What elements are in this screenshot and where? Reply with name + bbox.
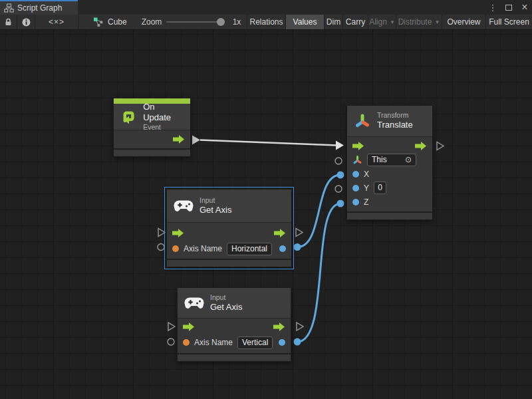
- flow-output-port[interactable]: [173, 135, 185, 144]
- control-wire-source-arrow: [192, 136, 200, 145]
- info-button[interactable]: [17, 15, 35, 29]
- flow-input-port[interactable]: [172, 229, 184, 237]
- loop-event-icon: [120, 108, 137, 126]
- values-label: Values: [293, 17, 317, 27]
- zoom-slider-handle[interactable]: [217, 18, 225, 26]
- node-subtitle: Transform: [377, 111, 413, 120]
- code-view-button[interactable]: <×>: [35, 15, 78, 29]
- port-triangle-unconnected: [168, 323, 175, 331]
- flow-output-port[interactable]: [274, 229, 286, 237]
- carry-button[interactable]: Carry: [342, 15, 368, 29]
- gamepad-icon: [184, 297, 204, 309]
- graph-toolbar: <×> Cube Zoom 1x Relations Values Dim Ca…: [0, 15, 532, 30]
- distribute-button[interactable]: Distribute▼: [396, 15, 442, 29]
- wire-vertical-to-z: [297, 203, 340, 342]
- graph-icon: [4, 3, 14, 13]
- node-subtitle: Input: [200, 196, 231, 205]
- port-dot-connected: [294, 243, 301, 251]
- dim-button[interactable]: Dim: [324, 15, 342, 29]
- node-title: Get Axis: [210, 302, 242, 313]
- chevron-down-icon: ▼: [390, 19, 395, 25]
- full-screen-label: Full Screen: [489, 17, 529, 27]
- window-tab-bar: Script Graph ⋮ ×: [0, 0, 532, 15]
- port-triangle-unconnected: [158, 229, 165, 237]
- object-picker-icon[interactable]: ⊙: [405, 155, 412, 165]
- cube-graph-icon: [93, 17, 104, 27]
- distribute-label: Distribute: [398, 17, 432, 27]
- control-wire-dest-arrow: [336, 141, 344, 150]
- overview-label: Overview: [447, 17, 480, 27]
- flow-output-port[interactable]: [273, 323, 285, 331]
- y-value-field[interactable]: 0: [374, 182, 386, 194]
- node-get-axis-vertical[interactable]: Input Get Axis Axis Name Vertical: [177, 287, 291, 362]
- port-label-x: X: [364, 170, 369, 179]
- node-subtitle: Input: [210, 293, 242, 302]
- lock-button[interactable]: [0, 15, 17, 29]
- carry-label: Carry: [346, 17, 365, 27]
- zoom-label: Zoom: [137, 15, 166, 29]
- align-label: Align: [369, 17, 387, 27]
- self-target-value: This: [372, 155, 387, 165]
- port-dot-connected: [337, 200, 344, 207]
- gamepad-icon: [174, 200, 194, 212]
- node-footer: [167, 259, 291, 267]
- relations-button[interactable]: Relations: [247, 15, 285, 29]
- node-get-axis-horizontal[interactable]: Input Get Axis Axis Name Horizontal: [166, 189, 292, 267]
- port-label-y: Y: [364, 184, 369, 193]
- port-circle-unconnected: [158, 244, 164, 251]
- node-footer: [347, 211, 432, 219]
- value-output-port[interactable]: [279, 245, 286, 252]
- value-input-port-z[interactable]: [352, 199, 359, 205]
- align-button[interactable]: Align▼: [368, 15, 396, 29]
- code-icon: <×>: [49, 17, 65, 27]
- values-button[interactable]: Values: [285, 15, 324, 29]
- port-label-z: Z: [364, 198, 368, 207]
- dim-label: Dim: [327, 17, 340, 27]
- value-output-port[interactable]: [279, 339, 285, 346]
- port-circle-unconnected: [168, 338, 174, 345]
- graph-canvas[interactable]: On Update Event Transform Translate: [0, 30, 532, 399]
- flow-input-port[interactable]: [183, 323, 195, 331]
- port-circle-unconnected: [335, 158, 342, 164]
- node-on-update[interactable]: On Update Event: [113, 98, 191, 157]
- string-input-port[interactable]: [172, 245, 179, 252]
- port-triangle-unconnected: [296, 229, 303, 237]
- node-title: On Update: [143, 102, 184, 124]
- node-title: Translate: [377, 120, 413, 130]
- port-circle-unconnected: [335, 186, 342, 192]
- window-close-icon[interactable]: ×: [520, 2, 529, 13]
- chevron-down-icon: ▼: [434, 19, 440, 25]
- axis-name-field[interactable]: Vertical: [237, 336, 273, 349]
- zoom-slider-track[interactable]: [166, 21, 223, 23]
- axis-name-field[interactable]: Horizontal: [227, 243, 272, 255]
- flow-output-port[interactable]: [415, 142, 427, 150]
- relations-label: Relations: [249, 17, 283, 27]
- info-icon: [22, 18, 31, 27]
- flow-input-port[interactable]: [352, 142, 364, 150]
- graph-target-selector[interactable]: Cube: [88, 15, 136, 29]
- window-maximize-icon[interactable]: [504, 3, 513, 12]
- overview-button[interactable]: Overview: [442, 15, 485, 29]
- tab-title: Script Graph: [17, 3, 62, 13]
- value-input-port-y[interactable]: [352, 185, 359, 192]
- node-translate[interactable]: Transform Translate This: [346, 105, 433, 220]
- transform-port-icon[interactable]: [352, 155, 362, 165]
- node-subtitle: Event: [143, 123, 184, 132]
- self-target-field[interactable]: This ⊙: [367, 154, 416, 166]
- wire-horizontal-to-x: [297, 175, 340, 247]
- string-input-port[interactable]: [183, 339, 190, 346]
- window-menu-icon[interactable]: ⋮: [488, 3, 497, 12]
- zoom-value: 1x: [227, 15, 246, 29]
- tab-script-graph[interactable]: Script Graph: [0, 0, 78, 15]
- port-dot-connected: [294, 338, 301, 346]
- node-footer: [178, 353, 291, 361]
- lock-icon: [5, 18, 12, 26]
- value-input-port-x[interactable]: [352, 171, 359, 178]
- param-label: Axis Name: [194, 338, 233, 347]
- transform-icon: [354, 112, 371, 130]
- param-label: Axis Name: [184, 244, 222, 253]
- full-screen-button[interactable]: Full Screen: [485, 15, 532, 29]
- port-dot-connected: [337, 172, 344, 179]
- port-triangle-unconnected: [297, 323, 303, 331]
- target-label: Cube: [108, 17, 127, 27]
